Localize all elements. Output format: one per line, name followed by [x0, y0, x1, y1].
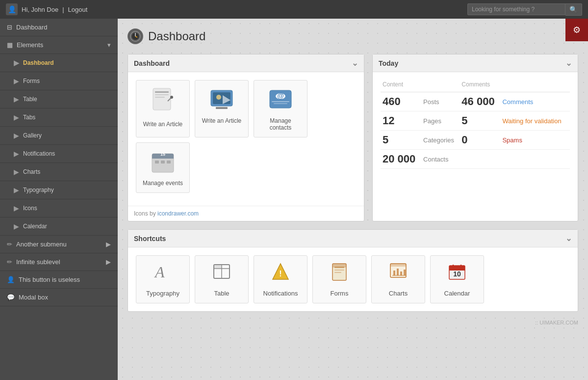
svg-text:15: 15 — [160, 152, 165, 157]
article2-label: Write an Article — [202, 117, 241, 124]
shortcut-calendar[interactable]: 10 Calendar — [430, 255, 484, 303]
gear-icon: ⚙ — [573, 25, 581, 35]
svg-rect-38 — [332, 264, 346, 268]
table-row: 20 000 Contacts — [381, 150, 570, 169]
sidebar-item-label: Notifications — [23, 150, 55, 157]
shortcut-charts[interactable]: Charts — [371, 255, 425, 303]
topbar: 👤 Hi, John Doe | Logout 🔍 — [0, 0, 588, 19]
sidebar-item-label: Gallery — [23, 132, 42, 139]
shortcuts-panel-title: Shortcuts — [134, 235, 166, 243]
shortcut-forms[interactable]: Forms — [312, 255, 366, 303]
sidebar-item-table[interactable]: ▶ Table — [0, 90, 118, 109]
dashboard-item-events[interactable]: 15 Manage events — [136, 142, 190, 193]
sidebar-item-charts[interactable]: ▶ Charts — [0, 163, 118, 181]
svg-rect-14 — [216, 107, 228, 109]
sidebar-item-notifications[interactable]: ▶ Notifications — [0, 145, 118, 163]
search-input[interactable] — [467, 3, 565, 15]
chat-icon: 💬 — [7, 294, 15, 301]
shortcut-table-label: Table — [214, 290, 229, 297]
sidebar-item-another-submenu[interactable]: ✏ Another submenu ▶ — [0, 236, 118, 253]
icondrawer-link[interactable]: icondrawer.com — [157, 210, 199, 217]
dashboard-panel-footer: Icons by icondrawer.com — [128, 206, 364, 221]
svg-rect-25 — [167, 161, 171, 163]
sidebar-elements-label: Elements — [17, 41, 43, 49]
row4-count — [460, 150, 500, 169]
sidebar-item-tabs[interactable]: ▶ Tabs — [0, 109, 118, 127]
shortcut-notifications[interactable]: ! Notifications — [254, 255, 307, 303]
sidebar-item-dashboard[interactable]: ▶ Dashboard — [0, 54, 118, 72]
sidebar-item-label: Table — [23, 96, 37, 103]
today-col-content: Content — [381, 80, 460, 92]
shortcut-table[interactable]: Table — [195, 255, 249, 303]
page-title: Dashboard — [148, 29, 205, 43]
sidebar-item-label: Forms — [23, 78, 40, 84]
table-icon — [212, 262, 231, 286]
today-collapse-btn[interactable]: ⌄ — [565, 58, 572, 68]
sidebar-item-dashboard-top[interactable]: ⊟ Dashboard — [0, 19, 118, 36]
events-icon: 15 — [150, 149, 176, 176]
sidebar-item-gallery[interactable]: ▶ Gallery — [0, 127, 118, 145]
typography-icon: A — [153, 262, 173, 286]
sidebar-item-calendar[interactable]: ▶ Calendar — [0, 217, 118, 236]
sidebar-item-label: Dashboard — [23, 59, 54, 66]
svg-rect-7 — [155, 97, 165, 98]
table-row: 5 Categories 0 Spams — [381, 131, 570, 150]
sidebar-item-label: Icons — [23, 205, 37, 212]
today-panel-header: Today ⌄ — [373, 54, 578, 72]
svg-text:10: 10 — [453, 270, 461, 278]
page-title-area: Dashboard — [128, 28, 578, 44]
sidebar-item-icons[interactable]: ▶ Icons — [0, 199, 118, 217]
footer-brand: :: UIMAKER.COM — [535, 320, 578, 326]
dashboard-item-article1[interactable]: Write an Article — [136, 80, 190, 137]
sidebar-item-modal-box[interactable]: 💬 Modal box — [0, 289, 118, 306]
svg-rect-11 — [213, 92, 230, 104]
svg-rect-24 — [161, 161, 165, 163]
main-footer: :: UIMAKER.COM — [128, 320, 578, 326]
row3-num: 5 — [381, 131, 421, 150]
svg-rect-19 — [274, 103, 287, 104]
shortcuts-collapse-btn[interactable]: ⌄ — [565, 234, 572, 243]
arrow-icon-typography: ▶ — [14, 186, 19, 194]
svg-rect-23 — [155, 161, 159, 163]
footer-text: Icons by — [134, 210, 157, 217]
today-panel: Today ⌄ Content Comments 460 — [372, 54, 578, 221]
dashboard-collapse-btn[interactable]: ⌄ — [352, 58, 358, 68]
table-row: 12 Pages 5 Waiting for validation — [381, 111, 570, 131]
logout-link[interactable]: Logout — [68, 6, 88, 13]
article2-icon — [209, 86, 234, 113]
sidebar-elements-header[interactable]: ▦ Elements ▾ — [0, 36, 118, 54]
arrow-icon-dashboard: ▶ — [14, 59, 19, 67]
dashboard-icon: ⊟ — [7, 24, 12, 31]
search-button[interactable]: 🔍 — [565, 3, 582, 16]
sidebar-item-infinite-sublevel[interactable]: ✏ Infinite sublevel ▶ — [0, 253, 118, 271]
arrow-icon-table: ▶ — [14, 95, 19, 103]
notifications-icon: ! — [271, 262, 290, 286]
sidebar: ⊟ Dashboard ▦ Elements ▾ ▶ Dashboard ▶ F… — [0, 19, 118, 380]
person-icon: 👤 — [7, 276, 15, 283]
arrow-icon-forms: ▶ — [14, 77, 19, 85]
article1-icon — [150, 86, 176, 117]
row3-count: 0 — [460, 131, 500, 150]
dashboard-panel-header: Dashboard ⌄ — [128, 54, 364, 72]
arrow-icon-calendar: ▶ — [14, 222, 19, 230]
row2-status: Waiting for validation — [500, 111, 570, 131]
sidebar-item-useless-button[interactable]: 👤 This button is useless — [0, 271, 118, 289]
row1-count: 46 000 — [460, 92, 500, 111]
shortcut-typography[interactable]: A Typography — [136, 255, 190, 303]
sidebar-item-typography[interactable]: ▶ Typography — [0, 181, 118, 199]
settings-button[interactable]: ⚙ — [565, 19, 588, 41]
dashboard-panel: Dashboard ⌄ — [128, 54, 364, 221]
separator: | — [62, 6, 64, 13]
shortcut-typography-label: Typography — [146, 290, 179, 297]
today-col-comments: Comments — [460, 80, 570, 92]
dashboard-item-contacts[interactable]: @ Manage contacts — [254, 80, 307, 137]
arrow-icon-tabs: ▶ — [14, 113, 19, 121]
dashboard-item-article2[interactable]: Write an Article — [195, 80, 249, 137]
shortcuts-panel-header: Shortcuts ⌄ — [128, 230, 578, 247]
contacts-icon: @ — [268, 86, 293, 113]
infinite-sublevel-label: Infinite sublevel — [16, 258, 60, 266]
sidebar-item-label: Charts — [23, 168, 40, 175]
svg-rect-44 — [400, 271, 402, 275]
dashboard-panel-title: Dashboard — [134, 59, 170, 67]
sidebar-item-forms[interactable]: ▶ Forms — [0, 72, 118, 90]
